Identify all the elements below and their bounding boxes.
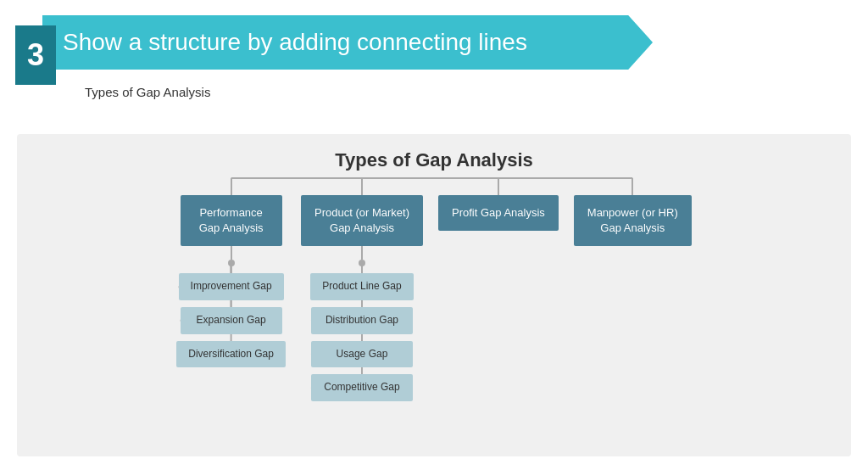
connector-top-2 (361, 178, 363, 195)
col-product: Product (or Market)Gap Analysis Product … (301, 178, 423, 401)
step-number: 3 (15, 25, 56, 85)
main-box-manpower: Manpower (or HR)Gap Analysis (574, 195, 692, 246)
connector-top-4 (632, 178, 633, 195)
sub-item: Competitive Gap (311, 374, 413, 401)
sub-items-product: Product Line Gap Distribution Gap Usage … (310, 266, 413, 400)
sub-item: Diversification Gap (176, 341, 286, 368)
connector-mid-1 (231, 246, 232, 260)
sub-items-performance: Improvement Gap Expansion Gap Diversific… (176, 266, 286, 367)
header-section: 3 Show a structure by adding connecting … (0, 0, 868, 136)
col-performance: PerformanceGap Analysis Improvement Gap … (176, 178, 286, 401)
col-profit: Profit Gap Analysis (438, 178, 559, 401)
banner-title: Show a structure by adding connecting li… (63, 29, 527, 56)
connector-top-1 (231, 178, 232, 195)
sub-item: Product Line Gap (310, 273, 413, 300)
sub-item: Expansion Gap (181, 307, 282, 334)
sub-item: Distribution Gap (311, 307, 413, 334)
main-box-product: Product (or Market)Gap Analysis (301, 195, 423, 246)
main-box-performance: PerformanceGap Analysis (181, 195, 282, 246)
sub-item: Improvement Gap (179, 273, 284, 300)
dot-1 (228, 260, 235, 266)
diagram-title: Types of Gap Analysis (17, 134, 851, 171)
connector-top-3 (498, 178, 499, 195)
main-box-profit: Profit Gap Analysis (438, 195, 559, 231)
connector-mid-2 (361, 246, 363, 260)
sub-item: Usage Gap (311, 341, 413, 368)
col-manpower: Manpower (or HR)Gap Analysis (574, 178, 692, 401)
subtitle: Types of Gap Analysis (85, 85, 210, 99)
dot-2 (359, 260, 365, 266)
diagram-area: Types of Gap Analysis PerformanceGap Ana… (17, 134, 851, 456)
columns-container: PerformanceGap Analysis Improvement Gap … (17, 178, 851, 401)
banner-ribbon: Show a structure by adding connecting li… (42, 15, 653, 70)
